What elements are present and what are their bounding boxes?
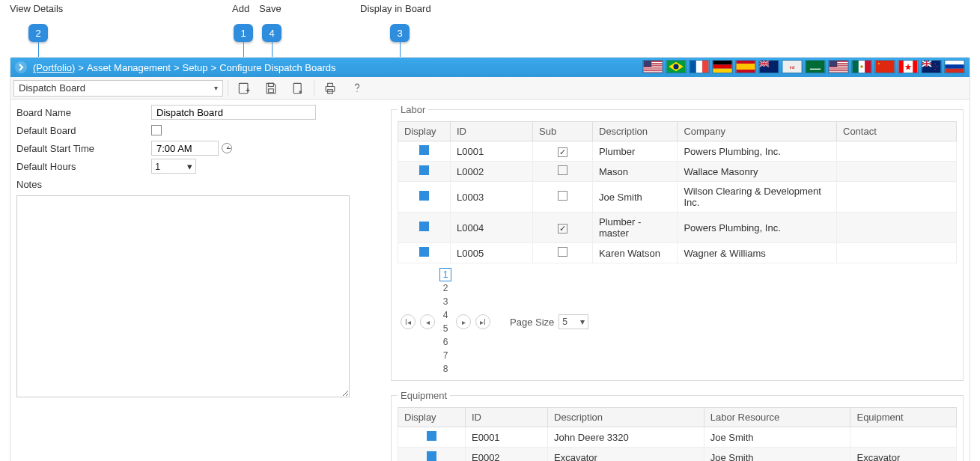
svg-rect-12 xyxy=(696,61,702,73)
labor-contact xyxy=(837,141,957,162)
display-toggle[interactable] xyxy=(419,222,429,231)
breadcrumb-item[interactable]: Asset Management xyxy=(87,62,171,73)
pager-page[interactable]: 3 xyxy=(439,295,451,308)
pager-page[interactable]: 8 xyxy=(439,362,451,376)
flag-ru[interactable] xyxy=(944,60,965,73)
toolbar: Dispatch Board ▾ xyxy=(10,77,970,100)
flag-es[interactable] xyxy=(735,60,756,73)
pager-first-icon[interactable]: I◂ xyxy=(401,314,416,329)
flag-fr[interactable] xyxy=(689,60,710,73)
pager-page[interactable]: 6 xyxy=(439,335,451,349)
table-row[interactable]: L0005Karen WatsonWagner & Williams xyxy=(398,243,957,263)
table-row[interactable]: E0002ExcavatorJoe SmithExcavator xyxy=(398,448,957,462)
help-button[interactable] xyxy=(346,79,368,98)
flag-intl[interactable]: Intl xyxy=(782,60,803,73)
page-size-value: 5 xyxy=(562,317,567,327)
pager-page[interactable]: 5 xyxy=(439,322,451,335)
sub-checkbox[interactable] xyxy=(558,165,567,175)
labor-header[interactable]: Description xyxy=(593,122,678,141)
equipment-header[interactable]: Display xyxy=(398,408,466,427)
display-toggle[interactable] xyxy=(427,431,436,441)
pager-next-icon[interactable]: ▸ xyxy=(456,314,471,329)
labor-header[interactable]: Contact xyxy=(837,122,957,141)
pager-prev-icon[interactable]: ◂ xyxy=(420,314,435,329)
save-button[interactable] xyxy=(260,79,282,98)
labor-header[interactable]: Display xyxy=(398,122,451,141)
svg-rect-37 xyxy=(876,61,895,73)
table-row[interactable]: L0002MasonWallace Masonry xyxy=(398,162,957,182)
equipment-header[interactable]: Description xyxy=(548,408,704,427)
svg-point-46 xyxy=(934,69,936,70)
sub-checkbox[interactable] xyxy=(558,191,567,201)
display-toggle[interactable] xyxy=(419,191,429,201)
page-size-dropdown[interactable]: 5 ▾ xyxy=(559,314,588,329)
breadcrumb-item[interactable]: Setup xyxy=(183,62,208,73)
board-selector-dropdown[interactable]: Dispatch Board ▾ xyxy=(13,80,223,97)
pager-page[interactable]: 4 xyxy=(439,308,451,322)
table-row[interactable]: L0001PlumberPowers Plumbing, Inc. xyxy=(398,141,957,162)
labor-desc: Plumber - master xyxy=(593,213,678,243)
display-toggle[interactable] xyxy=(427,451,436,461)
caret-down-icon: ▾ xyxy=(580,317,585,327)
delete-button[interactable] xyxy=(287,79,309,98)
default-start-input[interactable] xyxy=(151,141,219,156)
print-button[interactable] xyxy=(319,79,341,98)
equipment-grid: DisplayIDDescriptionLabor ResourceEquipm… xyxy=(398,407,957,461)
sub-checkbox[interactable] xyxy=(558,247,567,257)
flag-us2[interactable] xyxy=(828,60,849,73)
board-name-input[interactable] xyxy=(151,105,316,120)
svg-rect-55 xyxy=(326,86,335,91)
table-row[interactable]: L0003Joe SmithWilson Clearing & Developm… xyxy=(398,182,957,213)
breadcrumb-item: Configure Dispatch Boards xyxy=(219,62,335,73)
breadcrumb-back-icon[interactable] xyxy=(15,61,27,73)
flag-sa[interactable] xyxy=(805,60,826,73)
caret-down-icon: ▾ xyxy=(214,84,218,92)
flag-cn[interactable] xyxy=(874,60,895,73)
labor-header[interactable]: Company xyxy=(678,122,837,141)
labor-company: Powers Plumbing, Inc. xyxy=(678,213,837,243)
default-hours-label: Default Hours xyxy=(16,161,151,172)
equipment-header[interactable]: Equipment xyxy=(850,408,957,427)
svg-rect-15 xyxy=(713,64,732,68)
flag-br[interactable] xyxy=(666,60,687,73)
flag-nz[interactable] xyxy=(921,60,942,73)
table-row[interactable]: E0001John Deere 3320Joe Smith xyxy=(398,427,957,448)
equipment-header[interactable]: ID xyxy=(466,408,548,427)
pager-last-icon[interactable]: ▸I xyxy=(475,314,490,329)
notes-textarea[interactable] xyxy=(16,195,350,397)
svg-rect-52 xyxy=(269,83,274,86)
flag-de[interactable] xyxy=(712,60,733,73)
breadcrumb-portfolio[interactable]: (Portfolio) xyxy=(33,62,75,73)
flag-mx[interactable] xyxy=(851,60,872,73)
default-hours-dropdown[interactable]: 1 ▾ xyxy=(151,159,196,174)
toolbar-separator xyxy=(314,80,314,97)
locale-flags: Intl xyxy=(642,60,965,73)
equipment-header[interactable]: Labor Resource xyxy=(704,408,850,427)
pager-page[interactable]: 1 xyxy=(439,268,451,281)
add-button[interactable] xyxy=(233,79,255,98)
clock-icon[interactable] xyxy=(222,143,232,153)
labor-header[interactable]: Sub xyxy=(533,122,593,141)
svg-point-47 xyxy=(934,66,935,67)
callout-label-save: Save xyxy=(259,3,281,14)
labor-id: L0002 xyxy=(451,162,533,182)
flag-ca[interactable] xyxy=(898,60,919,73)
display-toggle[interactable] xyxy=(419,165,429,175)
sub-checkbox[interactable] xyxy=(558,224,567,233)
svg-point-45 xyxy=(937,66,938,67)
page-size-label: Page Size xyxy=(510,317,554,328)
default-board-checkbox[interactable] xyxy=(151,125,162,135)
labor-header[interactable]: ID xyxy=(451,122,533,141)
display-toggle[interactable] xyxy=(419,247,429,257)
flag-us[interactable] xyxy=(642,60,663,73)
pager-page[interactable]: 2 xyxy=(439,281,451,295)
svg-rect-24 xyxy=(810,69,821,70)
equip-desc: John Deere 3320 xyxy=(548,427,704,448)
display-toggle[interactable] xyxy=(419,145,429,155)
table-row[interactable]: L0004Plumber - masterPowers Plumbing, In… xyxy=(398,213,957,243)
sub-checkbox[interactable] xyxy=(558,147,567,157)
flag-au[interactable] xyxy=(758,60,779,73)
svg-rect-30 xyxy=(830,70,848,70)
pager-page[interactable]: 7 xyxy=(439,349,451,362)
labor-contact xyxy=(837,213,957,243)
